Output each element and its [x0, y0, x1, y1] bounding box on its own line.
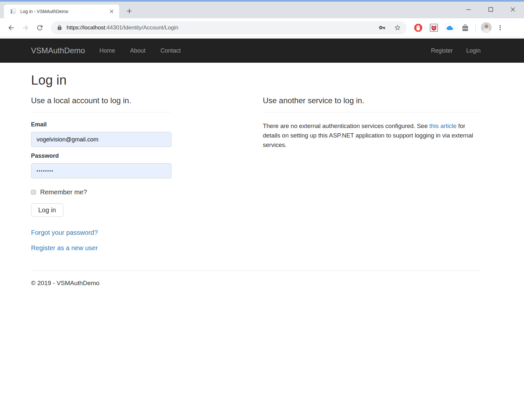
- svg-text:AVG: AVG: [463, 27, 468, 30]
- page-footer: © 2019 - VSMAuthDemo: [31, 270, 481, 300]
- site-navbar: VSMAuthDemo Home About Contact Register …: [0, 39, 524, 63]
- register-new-user-link[interactable]: Register as a new user: [31, 244, 171, 252]
- local-login-section: Use a local account to log in. Email Pas…: [31, 91, 171, 252]
- maximize-button[interactable]: [487, 6, 495, 13]
- nav-link-about[interactable]: About: [130, 47, 145, 54]
- back-icon[interactable]: [7, 24, 15, 32]
- password-label: Password: [31, 153, 171, 159]
- external-text-before: There are no external authentication ser…: [263, 122, 429, 129]
- minimize-button[interactable]: [465, 6, 472, 13]
- forward-icon[interactable]: [22, 24, 29, 32]
- external-services-text: There are no external authentication ser…: [263, 121, 481, 150]
- password-key-icon[interactable]: [379, 24, 386, 31]
- login-button[interactable]: Log in: [31, 203, 63, 217]
- browser-tab[interactable]: Log in - VSMAuthDemo: [4, 5, 119, 18]
- footer-divider: [31, 270, 481, 271]
- avg-safeprice-icon[interactable]: AVG: [461, 24, 469, 32]
- mcafee-icon[interactable]: [430, 24, 438, 32]
- url-path: :44301/Identity/Account/Login: [105, 24, 178, 31]
- remember-me-row: Remember me?: [31, 188, 171, 196]
- tab-title: Log in - VSMAuthDemo: [20, 9, 109, 14]
- browser-titlebar: Log in - VSMAuthDemo: [0, 2, 524, 18]
- toolbar-divider: [475, 24, 476, 31]
- refresh-icon[interactable]: [36, 24, 44, 32]
- icloud-icon[interactable]: [445, 24, 454, 32]
- navbar-right-links: Register Login: [431, 47, 481, 54]
- this-article-link[interactable]: this article: [429, 122, 456, 129]
- email-field[interactable]: [31, 132, 171, 147]
- remember-me-label: Remember me?: [40, 188, 87, 196]
- nav-link-contact[interactable]: Contact: [160, 47, 181, 54]
- local-section-heading: Use a local account to log in.: [31, 96, 171, 105]
- forgot-password-link[interactable]: Forgot your password?: [31, 229, 171, 236]
- section-divider: [263, 112, 481, 112]
- url-text[interactable]: https://localhost:44301/Identity/Account…: [67, 24, 375, 31]
- navbar-links: Home About Contact: [99, 47, 181, 54]
- nav-link-login[interactable]: Login: [466, 47, 481, 54]
- new-tab-button[interactable]: [125, 7, 133, 15]
- page-title: Log in: [31, 73, 481, 88]
- password-field[interactable]: [31, 163, 171, 178]
- navbar-brand[interactable]: VSMAuthDemo: [31, 46, 85, 55]
- nav-link-home[interactable]: Home: [99, 47, 115, 54]
- lock-icon[interactable]: [57, 25, 62, 30]
- close-button[interactable]: [509, 6, 517, 13]
- external-section-heading: Use another service to log in.: [263, 96, 481, 105]
- bookmark-star-icon[interactable]: [394, 24, 401, 31]
- address-bar[interactable]: https://localhost:44301/Identity/Account…: [51, 21, 407, 34]
- adblock-icon[interactable]: [414, 24, 422, 32]
- email-label: Email: [31, 121, 171, 128]
- profile-avatar[interactable]: [481, 22, 492, 33]
- section-divider: [31, 112, 171, 112]
- external-login-section: Use another service to log in. There are…: [263, 91, 481, 252]
- window-controls: [465, 6, 517, 13]
- extensions-row: AVG: [414, 24, 469, 32]
- copyright-text: © 2019 - VSMAuthDemo: [31, 280, 481, 300]
- page-content: Log in Use a local account to log in. Em…: [31, 73, 481, 300]
- browser-toolbar: https://localhost:44301/Identity/Account…: [0, 18, 524, 37]
- favicon-icon: [10, 8, 16, 14]
- tab-close-icon[interactable]: [109, 8, 115, 14]
- nav-link-register[interactable]: Register: [431, 47, 453, 54]
- browser-menu-icon[interactable]: [496, 24, 504, 32]
- url-host: https://localhost: [67, 24, 105, 31]
- remember-me-checkbox[interactable]: [31, 190, 36, 195]
